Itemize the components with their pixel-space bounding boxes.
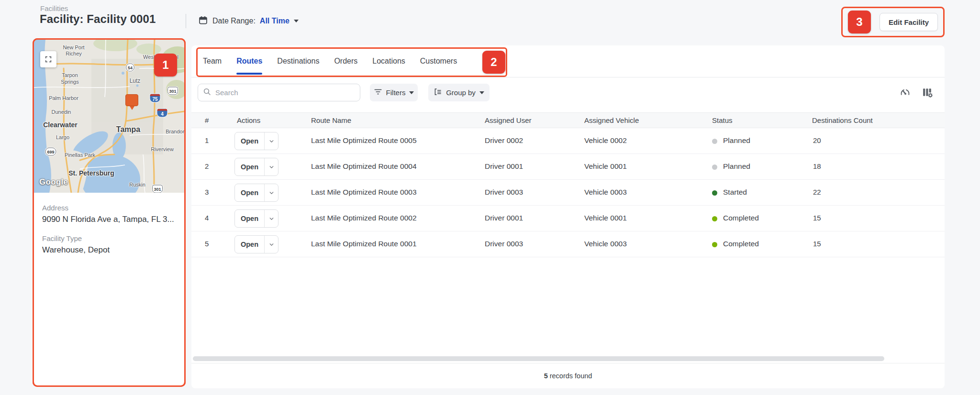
destinations-count: 20 [813,136,821,144]
column-header-user: Assigned User [485,116,532,124]
records-found: 5 records found [191,363,945,388]
chevron-down-icon [479,91,484,94]
status-label: Started [723,188,747,197]
chevron-down-icon[interactable] [265,158,278,176]
speedometer-icon[interactable] [898,86,912,99]
table-row: 3 Open Last Mile Optimized Route 0003 Dr… [191,180,945,206]
address-label: Address [42,203,176,213]
open-button[interactable]: Open [234,132,278,150]
divider [186,14,186,28]
open-button[interactable]: Open [234,235,278,253]
tab-team[interactable]: Team [203,45,222,77]
map-city-label: Pinellas Park [65,152,95,158]
fullscreen-icon [45,55,52,63]
column-header-count: Destinations Count [812,116,873,124]
facility-map-marker[interactable] [125,94,138,106]
facility-page: Facilities Facility: Facility 0001 Date … [0,0,980,395]
status-label: Planned [723,136,750,145]
map-city-label: Palm Harbor [49,95,78,101]
row-index: 1 [205,136,209,144]
status-dot-icon [712,216,717,221]
table-row: 1 Open Last Mile Optimized Route 0005 Dr… [191,128,945,154]
facility-type-value: Warehouse, Depot [42,244,176,256]
facility-type-label: Facility Type [42,234,176,243]
road-shield-icon: 75 [150,94,161,103]
filters-button[interactable]: Filters [370,84,418,101]
column-header-actions: Actions [237,116,260,124]
assigned-vehicle: Vehicle 0001 [584,214,627,222]
row-index: 3 [205,188,209,196]
group-by-button[interactable]: Group by [428,84,490,101]
chevron-down-icon[interactable] [265,184,278,201]
breadcrumb[interactable]: Facilities [40,4,68,12]
map-city-label: Lutz [130,77,141,84]
records-count: 5 [544,372,548,380]
road-shield-icon: 54 [126,64,134,72]
group-by-icon [434,88,442,98]
map-city-label: Riverview [151,146,174,152]
routes-panel: TeamRoutesDestinationsOrdersLocationsCus… [191,45,945,388]
map-city-label: Dunedin [52,109,71,115]
tab-orders[interactable]: Orders [334,45,357,77]
row-index: 2 [205,162,209,170]
map-city-label: Tampa [116,125,140,134]
table-row: 5 Open Last Mile Optimized Route 0001 Dr… [191,231,945,257]
annotation-badge-2: 2 [482,51,505,74]
destinations-count: 15 [813,240,821,248]
horizontal-scrollbar[interactable] [193,356,884,361]
tab-locations[interactable]: Locations [372,45,405,77]
map-city-label: Largo [56,134,69,140]
facility-card: Google New PortRicheyWesley ChapelLutzTa… [33,38,186,387]
open-button[interactable]: Open [234,184,278,202]
calendar-icon [198,15,208,27]
search-input[interactable] [215,88,355,97]
row-index: 4 [205,214,209,222]
assigned-user: Driver 0002 [485,136,523,145]
assigned-user: Driver 0003 [485,188,523,197]
assigned-vehicle: Vehicle 0001 [584,162,627,171]
chevron-down-icon [294,20,299,22]
row-index: 5 [205,240,209,248]
open-button[interactable]: Open [234,209,278,228]
column-header-index: # [205,116,209,124]
status-label: Planned [723,162,750,171]
open-button-label: Open [235,236,264,253]
facility-info: Address 9090 N Florida Ave a, Tampa, FL … [34,193,184,256]
table-row: 2 Open Last Mile Optimized Route 0004 Dr… [191,154,945,180]
column-header-vehicle: Assigned Vehicle [584,116,639,124]
date-range-dropdown[interactable]: Date Range: All Time [198,14,299,28]
status-label: Completed [723,214,759,222]
tab-routes[interactable]: Routes [236,45,262,77]
map-city-label: St. Petersburg [68,169,114,177]
edit-facility-button[interactable]: Edit Facility [880,13,938,31]
address-value: 9090 N Florida Ave a, Tampa, FL 3... [42,214,176,225]
open-button-label: Open [235,158,264,176]
table-body: 1 Open Last Mile Optimized Route 0005 Dr… [191,128,945,257]
map-city-label: Richey [66,51,82,56]
assigned-vehicle: Vehicle 0002 [584,136,627,145]
map-city-label: Clearwater [43,121,78,129]
route-name[interactable]: Last Mile Optimized Route 0004 [311,162,417,171]
chevron-down-icon[interactable] [265,210,278,227]
tab-bar: TeamRoutesDestinationsOrdersLocationsCus… [191,45,945,77]
route-name[interactable]: Last Mile Optimized Route 0001 [311,240,417,248]
map-city-label: Ruskin [129,182,145,187]
road-shield-icon: 301 [167,87,178,95]
page-title: Facility: Facility 0001 [40,12,156,26]
google-logo: Google [39,177,68,187]
search-box [198,84,360,101]
status-dot-icon [712,242,717,247]
chevron-down-icon[interactable] [265,236,278,253]
column-settings-icon[interactable] [921,86,934,99]
assigned-user: Driver 0001 [485,162,523,171]
open-button[interactable]: Open [234,158,278,176]
tab-destinations[interactable]: Destinations [277,45,319,77]
chevron-down-icon [409,91,414,94]
route-name[interactable]: Last Mile Optimized Route 0005 [311,136,417,145]
chevron-down-icon[interactable] [265,132,278,150]
map-fullscreen-button[interactable] [40,51,56,67]
route-name[interactable]: Last Mile Optimized Route 0003 [311,188,417,197]
tab-customers[interactable]: Customers [420,45,457,77]
open-button-label: Open [235,210,264,227]
route-name[interactable]: Last Mile Optimized Route 0002 [311,214,417,222]
